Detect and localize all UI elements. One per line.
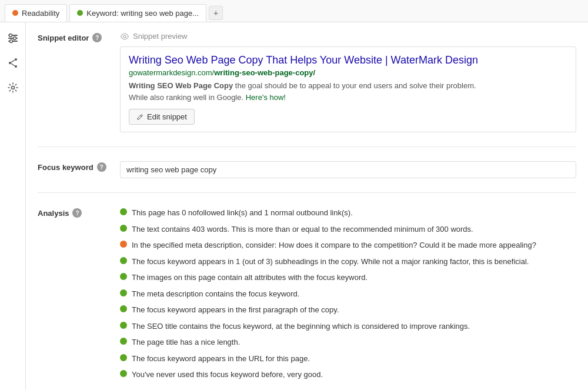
- tab-bar: Readability Keyword: writing seo web pag…: [0, 0, 588, 22]
- snippet-editor-label: Snippet editor ?: [38, 32, 120, 42]
- analysis-dot: [120, 289, 127, 296]
- svg-point-7: [9, 62, 11, 64]
- analysis-list-item: The focus keyword appears in the first p…: [120, 304, 576, 316]
- heres-how-link[interactable]: Here's how!: [246, 93, 286, 102]
- readability-dot: [12, 10, 18, 16]
- analysis-list-item: The focus keyword appears in the URL for…: [120, 353, 576, 365]
- analysis-item-text: The focus keyword appears in the URL for…: [132, 353, 310, 365]
- snippet-editor-content: Snippet preview Writing Seo Web Page Cop…: [120, 32, 576, 132]
- analysis-dot: [120, 241, 127, 248]
- analysis-help[interactable]: ?: [72, 208, 82, 218]
- analysis-list-item: In the specified meta description, consi…: [120, 239, 576, 251]
- svg-point-3: [13, 37, 16, 40]
- svg-point-5: [9, 40, 12, 43]
- svg-point-8: [15, 65, 17, 68]
- analysis-list-item: This page has 0 nofollowed link(s) and 1…: [120, 207, 576, 219]
- analysis-list-item: The text contains 403 words. This is mor…: [120, 224, 576, 235]
- analysis-item-text: The text contains 403 words. This is mor…: [132, 224, 473, 235]
- analysis-label: Analysis ?: [38, 207, 120, 218]
- main-layout: Snippet editor ? Snippet preview Writing…: [0, 22, 588, 390]
- analysis-item-text: The meta description contains the focus …: [132, 288, 299, 300]
- tab-readability[interactable]: Readability: [5, 4, 67, 22]
- tab-readability-label: Readability: [22, 9, 59, 18]
- gear-icon[interactable]: [5, 80, 21, 95]
- focus-keyword-help[interactable]: ?: [97, 162, 106, 172]
- analysis-content: This page has 0 nofollowed link(s) and 1…: [120, 207, 576, 385]
- analysis-list-item: The focus keyword appears in 1 (out of 3…: [120, 256, 576, 268]
- focus-keyword-content: [120, 161, 576, 178]
- analysis-item-text: In the specified meta description, consi…: [132, 239, 536, 251]
- analysis-item-text: The focus keyword appears in the first p…: [132, 304, 339, 316]
- analysis-item-text: You've never used this focus keyword bef…: [132, 369, 323, 381]
- analysis-dot: [120, 305, 127, 312]
- snippet-editor-help[interactable]: ?: [92, 33, 102, 42]
- keyword-dot: [77, 10, 83, 16]
- snippet-preview-header: Snippet preview: [120, 32, 576, 41]
- add-tab-button[interactable]: +: [209, 6, 223, 20]
- analysis-item-text: The focus keyword appears in 1 (out of 3…: [132, 256, 529, 268]
- focus-keyword-label: Focus keyword ?: [38, 161, 120, 172]
- snippet-editor-section: Snippet editor ? Snippet preview Writing…: [38, 32, 576, 132]
- analysis-dot: [120, 257, 127, 264]
- svg-point-12: [123, 35, 126, 38]
- analysis-item-text: The page title has a nice length.: [132, 336, 240, 348]
- svg-line-9: [11, 60, 15, 62]
- analysis-list-item: The images on this page contain alt attr…: [120, 272, 576, 284]
- divider-1: [38, 146, 576, 147]
- edit-snippet-button[interactable]: Edit snippet: [129, 109, 195, 125]
- analysis-dot: [120, 208, 127, 215]
- analysis-item-text: This page has 0 nofollowed link(s) and 1…: [132, 207, 353, 219]
- svg-point-1: [9, 34, 12, 37]
- analysis-dot: [120, 354, 127, 361]
- analysis-section: Analysis ? This page has 0 nofollowed li…: [38, 207, 576, 385]
- analysis-dot: [120, 225, 127, 232]
- svg-line-13: [141, 115, 142, 116]
- content-area: Snippet editor ? Snippet preview Writing…: [26, 22, 588, 390]
- svg-point-6: [15, 58, 17, 61]
- analysis-item-text: The images on this page contain alt attr…: [132, 272, 368, 284]
- sidebar: [0, 22, 26, 390]
- divider-2: [38, 192, 576, 193]
- tab-keyword[interactable]: Keyword: writing seo web page...: [69, 4, 206, 22]
- focus-keyword-section: Focus keyword ?: [38, 161, 576, 178]
- sliders-icon[interactable]: [5, 31, 21, 46]
- snippet-description: Writing SEO Web Page Copy the goal shoul…: [129, 80, 567, 103]
- analysis-item-text: The SEO title contains the focus keyword…: [132, 321, 470, 332]
- tab-keyword-label: Keyword: writing seo web page...: [86, 9, 199, 18]
- analysis-list-item: You've never used this focus keyword bef…: [120, 369, 576, 381]
- snippet-url: gowatermarkdesign.com/writing-seo-web-pa…: [129, 68, 567, 77]
- snippet-preview-box: Writing Seo Web Page Copy That Helps You…: [120, 46, 576, 132]
- analysis-list-item: The SEO title contains the focus keyword…: [120, 321, 576, 332]
- analysis-dot: [120, 370, 127, 377]
- pencil-icon: [136, 114, 143, 121]
- analysis-list-item: The meta description contains the focus …: [120, 288, 576, 300]
- snippet-title: Writing Seo Web Page Copy That Helps You…: [129, 54, 567, 66]
- eye-icon: [120, 33, 129, 40]
- svg-point-11: [11, 86, 14, 89]
- analysis-dot: [120, 338, 127, 345]
- focus-keyword-input[interactable]: [120, 161, 576, 178]
- analysis-dot: [120, 322, 127, 329]
- share-icon[interactable]: [5, 55, 21, 71]
- analysis-list: This page has 0 nofollowed link(s) and 1…: [120, 207, 576, 381]
- analysis-list-item: The page title has a nice length.: [120, 336, 576, 348]
- svg-line-10: [11, 64, 15, 66]
- analysis-dot: [120, 273, 127, 280]
